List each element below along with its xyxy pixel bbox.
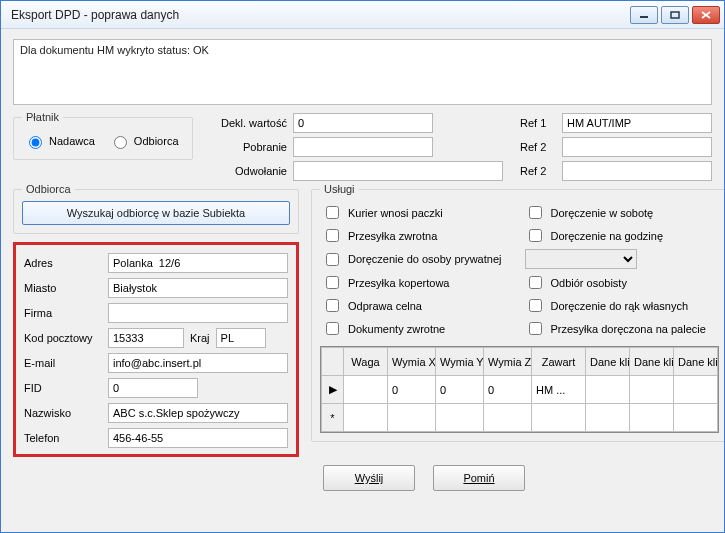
firma-input[interactable]: [108, 303, 288, 323]
table-row[interactable]: *: [322, 404, 718, 432]
ref2a-label: Ref 2: [520, 141, 558, 153]
services-group: Usługi Kurier wnosi paczkiDoręczenie w s…: [311, 183, 725, 442]
firma-label: Firma: [24, 307, 102, 319]
radio-nadawca-input[interactable]: [29, 136, 42, 149]
service-checkbox[interactable]: Dokumenty zwrotne: [322, 319, 515, 338]
table-header[interactable]: Dane kli. 1: [586, 348, 630, 376]
service-checkbox[interactable]: Przesyłka zwrotna: [322, 226, 515, 245]
close-button[interactable]: [692, 6, 720, 24]
service-label: Przesyłka zwrotna: [348, 230, 437, 242]
status-message: Dla dokumentu HM wykryto status: OK: [13, 39, 712, 105]
search-recipient-button[interactable]: Wyszukaj odbiorcę w bazie Subiekta: [22, 201, 290, 225]
table-cell[interactable]: [586, 376, 630, 404]
table-header[interactable]: Dane kli. 3: [674, 348, 718, 376]
radio-odbiorca[interactable]: Odbiorca: [109, 133, 179, 149]
service-checkbox-input[interactable]: [529, 229, 542, 242]
table-row[interactable]: ▶0000HM ...: [322, 376, 718, 404]
table-header[interactable]: Waga: [344, 348, 388, 376]
service-checkbox[interactable]: Odbiór osobisty: [525, 273, 718, 292]
table-cell[interactable]: [630, 376, 674, 404]
table-header[interactable]: Wymia Z: [484, 348, 532, 376]
pobranie-input[interactable]: [293, 137, 433, 157]
radio-odbiorca-input[interactable]: [114, 136, 127, 149]
service-checkbox[interactable]: Przesyłka kopertowa: [322, 273, 515, 292]
ref2b-label: Ref 2: [520, 165, 558, 177]
service-label: Przesyłka kopertowa: [348, 277, 450, 289]
service-checkbox-input[interactable]: [326, 322, 339, 335]
service-checkbox[interactable]: Odprawa celna: [322, 296, 515, 315]
service-checkbox[interactable]: Doręczenie do rąk własnych: [525, 296, 718, 315]
table-header[interactable]: Wymia X: [388, 348, 436, 376]
table-header[interactable]: [322, 348, 344, 376]
parcels-table[interactable]: WagaWymia XWymia YWymia ZZawartDane kli.…: [321, 347, 718, 432]
service-label: Odprawa celna: [348, 300, 422, 312]
service-checkbox-input[interactable]: [529, 322, 542, 335]
radio-odbiorca-label: Odbiorca: [134, 135, 179, 147]
table-cell[interactable]: 0: [388, 376, 436, 404]
table-cell[interactable]: [630, 404, 674, 432]
fid-input[interactable]: [108, 378, 198, 398]
ref1-input[interactable]: [562, 113, 712, 133]
email-label: E-mail: [24, 357, 102, 369]
table-cell[interactable]: HM ...: [532, 376, 586, 404]
table-header[interactable]: Wymia Y: [436, 348, 484, 376]
service-label: Doręczenie w sobotę: [551, 207, 654, 219]
delivery-time-select[interactable]: [525, 249, 637, 269]
service-label: Przesyłka doręczona na palecie: [551, 323, 706, 335]
adres-input[interactable]: [108, 253, 288, 273]
miasto-input[interactable]: [108, 278, 288, 298]
table-cell[interactable]: 0: [436, 376, 484, 404]
send-button[interactable]: Wyślij: [323, 465, 415, 491]
table-cell[interactable]: [674, 376, 718, 404]
table-cell[interactable]: [484, 404, 532, 432]
service-checkbox-input[interactable]: [529, 206, 542, 219]
recipient-group: Odbiorca Wyszukaj odbiorcę w bazie Subie…: [13, 183, 299, 234]
table-cell[interactable]: [532, 404, 586, 432]
skip-button[interactable]: Pomiń: [433, 465, 525, 491]
window-title: Eksport DPD - poprawa danych: [11, 8, 630, 22]
service-checkbox-input[interactable]: [326, 206, 339, 219]
table-cell[interactable]: [388, 404, 436, 432]
ref1-label: Ref 1: [520, 117, 558, 129]
recipient-highlight-frame: Adres Miasto Firma Kod pocztowy Kraj E-m…: [13, 242, 299, 457]
fid-label: FID: [24, 382, 102, 394]
table-cell[interactable]: [674, 404, 718, 432]
radio-nadawca[interactable]: Nadawca: [24, 133, 95, 149]
ref2a-input[interactable]: [562, 137, 712, 157]
kod-label: Kod pocztowy: [24, 332, 102, 344]
service-checkbox-input[interactable]: [326, 253, 339, 266]
table-header[interactable]: Zawart: [532, 348, 586, 376]
service-label: Doręczenie na godzinę: [551, 230, 664, 242]
dekl-wartosc-input[interactable]: [293, 113, 433, 133]
service-checkbox[interactable]: Doręczenie w sobotę: [525, 203, 718, 222]
kraj-input[interactable]: [216, 328, 266, 348]
service-checkbox[interactable]: Kurier wnosi paczki: [322, 203, 515, 222]
kod-input[interactable]: [108, 328, 184, 348]
nazwisko-input[interactable]: [108, 403, 288, 423]
table-cell[interactable]: [586, 404, 630, 432]
service-checkbox[interactable]: Doręczenie na godzinę: [525, 226, 718, 245]
service-checkbox-input[interactable]: [326, 276, 339, 289]
table-cell[interactable]: 0: [344, 376, 388, 404]
odwolanie-label: Odwołanie: [211, 165, 289, 177]
email-input[interactable]: [108, 353, 288, 373]
service-checkbox[interactable]: Przesyłka doręczona na palecie: [525, 319, 718, 338]
table-cell[interactable]: [344, 404, 388, 432]
service-checkbox-input[interactable]: [529, 276, 542, 289]
ref2b-input[interactable]: [562, 161, 712, 181]
payer-group: Płatnik Nadawca Odbiorca: [13, 111, 193, 160]
table-cell[interactable]: [436, 404, 484, 432]
service-checkbox-input[interactable]: [326, 229, 339, 242]
parcels-table-wrap: WagaWymia XWymia YWymia ZZawartDane kli.…: [320, 346, 719, 433]
table-header[interactable]: Dane kli. 2: [630, 348, 674, 376]
telefon-input[interactable]: [108, 428, 288, 448]
service-label: Kurier wnosi paczki: [348, 207, 443, 219]
odwolanie-input[interactable]: [293, 161, 503, 181]
miasto-label: Miasto: [24, 282, 102, 294]
table-cell[interactable]: 0: [484, 376, 532, 404]
maximize-button[interactable]: [661, 6, 689, 24]
service-checkbox[interactable]: Doręczenie do osoby prywatnej: [322, 249, 515, 269]
minimize-button[interactable]: [630, 6, 658, 24]
service-checkbox-input[interactable]: [326, 299, 339, 312]
service-checkbox-input[interactable]: [529, 299, 542, 312]
